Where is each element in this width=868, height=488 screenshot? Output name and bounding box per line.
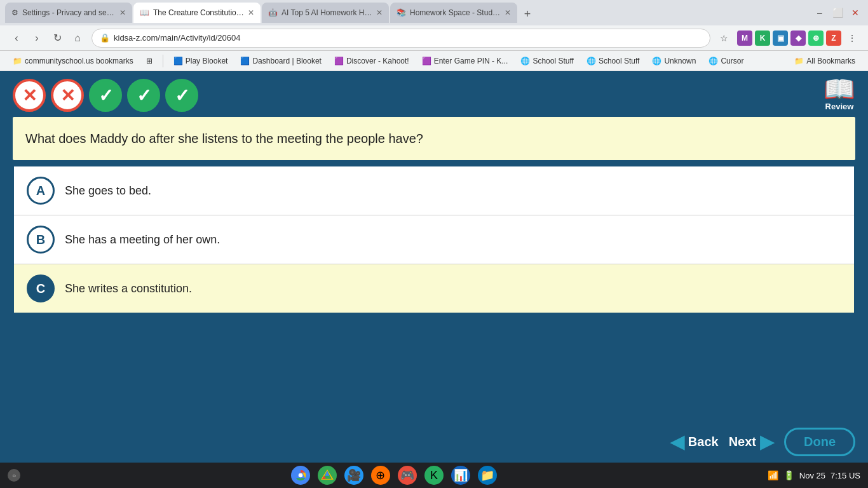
- answer-circle-b: B: [27, 226, 55, 254]
- next-button[interactable]: Next ▶: [729, 431, 774, 452]
- answer-circle-a: A: [27, 177, 55, 205]
- tab-bar: ⚙ Settings - Privacy and security ✕ 📖 Th…: [5, 3, 810, 23]
- answer-text-c: She writes a constitution.: [65, 282, 192, 295]
- taskbar-right: 📶 🔋 Nov 25 7:15 US: [768, 470, 860, 480]
- review-button[interactable]: 📖 Review: [824, 76, 855, 111]
- taskbar-app3[interactable]: ⊕: [371, 466, 390, 485]
- taskbar-app4[interactable]: 🎮: [398, 466, 417, 485]
- creature-tab-close[interactable]: ✕: [248, 8, 254, 17]
- answers-container: A She goes to bed. B She has a meeting o…: [13, 165, 855, 314]
- wifi-icon: 📶: [768, 470, 778, 480]
- bookmark-unknown[interactable]: 🌐 Unknown: [647, 55, 701, 67]
- school-icon-2: 🌐: [587, 57, 596, 65]
- bookmark-communityschool[interactable]: 📁 communityschool.us bookmarks: [8, 55, 139, 67]
- wrong-icon-1: ✕: [22, 85, 37, 106]
- taskbar-files[interactable]: 📁: [478, 466, 497, 485]
- score-badge-5-correct[interactable]: ✓: [165, 79, 198, 112]
- url-bar[interactable]: 🔒 kidsa-z.com/main/Activity/id/20604: [92, 29, 710, 48]
- ext-icon-circle[interactable]: ⊕: [808, 30, 824, 46]
- score-badge-3-correct[interactable]: ✓: [89, 79, 122, 112]
- ext-icon-shield[interactable]: ▣: [773, 30, 788, 46]
- blooket-icon-1: 🟦: [173, 57, 183, 65]
- taskbar-date: Nov 25: [799, 471, 825, 480]
- bookmark-school-stuff-1[interactable]: 🌐 School Stuff: [515, 55, 579, 67]
- correct-icon-3: ✓: [175, 85, 189, 106]
- bookmark-discover-kahoot[interactable]: 🟪 Discover - Kahoot!: [329, 55, 414, 67]
- homework-tab-icon: 📚: [397, 8, 406, 17]
- back-label: Back: [688, 435, 719, 449]
- score-badge-2-wrong[interactable]: ✕: [51, 79, 84, 112]
- unknown-icon: 🌐: [652, 57, 661, 65]
- creature-tab-label: The Creature Constitution Kid: [153, 8, 244, 17]
- back-button[interactable]: ◀ Back: [670, 431, 719, 452]
- bookmark-school-stuff-2[interactable]: 🌐 School Stuff: [581, 55, 645, 67]
- nav-buttons: ‹ › ↻ ⌂: [8, 29, 86, 47]
- done-button[interactable]: Done: [784, 428, 855, 456]
- taskbar-time: 7:15 US: [831, 471, 860, 480]
- reload-button[interactable]: ↻: [48, 29, 66, 47]
- cursor-icon: 🌐: [709, 57, 718, 65]
- tab-creature[interactable]: 📖 The Creature Constitution Kid ✕: [133, 3, 261, 23]
- bookmark-folder-icon: 📁: [13, 57, 22, 65]
- bookmark-star-button[interactable]: ☆: [715, 30, 732, 46]
- answer-option-a[interactable]: A She goes to bed.: [14, 166, 854, 215]
- tab-homework[interactable]: 📚 Homework Space - StudyX ✕: [390, 3, 517, 23]
- kahoot-icon-2: 🟪: [422, 57, 431, 65]
- review-label: Review: [825, 102, 854, 111]
- url-text: kidsa-z.com/main/Activity/id/20604: [114, 33, 240, 43]
- wrong-icon-2: ✕: [60, 85, 75, 106]
- score-row: ✕ ✕ ✓ ✓ ✓ 📖 Review: [0, 71, 868, 117]
- forward-nav-button[interactable]: ›: [28, 29, 46, 47]
- homework-tab-close[interactable]: ✕: [505, 8, 511, 17]
- next-label: Next: [729, 435, 756, 449]
- minimize-button[interactable]: –: [812, 5, 827, 20]
- battery-icon: 🔋: [783, 470, 794, 480]
- bookmark-cursor[interactable]: 🌐 Cursor: [703, 55, 749, 67]
- settings-tab-label: Settings - Privacy and security: [22, 8, 116, 17]
- school-icon-1: 🌐: [520, 57, 530, 65]
- answer-text-b: She has a meeting of her own.: [65, 233, 220, 247]
- taskbar-app5[interactable]: 📊: [451, 466, 470, 485]
- answer-option-b[interactable]: B She has a meeting of her own.: [14, 215, 854, 264]
- home-button[interactable]: ⌂: [69, 29, 86, 47]
- taskbar-launcher[interactable]: ○: [8, 469, 20, 482]
- answer-text-a: She goes to bed.: [65, 184, 151, 198]
- taskbar-drive[interactable]: [318, 466, 337, 485]
- maximize-button[interactable]: ⬜: [830, 5, 845, 20]
- tab-settings[interactable]: ⚙ Settings - Privacy and security ✕: [5, 3, 132, 23]
- taskbar-meet[interactable]: 🎥: [344, 466, 363, 485]
- ext-icon-k[interactable]: K: [755, 30, 770, 46]
- new-tab-button[interactable]: +: [519, 5, 536, 23]
- browser-title-bar: ⚙ Settings - Privacy and security ✕ 📖 Th…: [0, 0, 868, 25]
- ai-tab-label: AI Top 5 AI Homework Helpers to: [281, 8, 372, 17]
- ext-icon-diamond[interactable]: ◆: [790, 30, 806, 46]
- review-book-icon: 📖: [824, 76, 855, 102]
- bookmark-grid-icon[interactable]: ⊞: [141, 55, 158, 67]
- svg-point-0: [299, 473, 303, 478]
- ext-icon-m[interactable]: M: [737, 30, 752, 46]
- question-text: What does Maddy do after she listens to …: [25, 132, 423, 146]
- all-bookmarks-icon: 📁: [794, 57, 804, 65]
- answer-option-c[interactable]: C She writes a constitution.: [14, 264, 854, 313]
- ai-tab-close[interactable]: ✕: [376, 8, 383, 17]
- bookmark-play-blooket[interactable]: 🟦 Play Blooket: [168, 55, 233, 67]
- back-nav-button[interactable]: ‹: [8, 29, 25, 47]
- settings-tab-close[interactable]: ✕: [119, 8, 126, 17]
- bookmarks-bar: 📁 communityschool.us bookmarks ⊞ 🟦 Play …: [0, 51, 868, 71]
- next-arrow-icon: ▶: [760, 431, 774, 452]
- extensions-menu-button[interactable]: ⋮: [844, 30, 860, 46]
- tab-ai[interactable]: 🤖 AI Top 5 AI Homework Helpers to ✕: [262, 3, 389, 23]
- score-badge-4-correct[interactable]: ✓: [127, 79, 160, 112]
- address-bar: ‹ › ↻ ⌂ 🔒 kidsa-z.com/main/Activity/id/2…: [0, 25, 868, 51]
- homework-tab-label: Homework Space - StudyX: [410, 8, 501, 17]
- nav-footer: ◀ Back Next ▶ Done: [0, 421, 868, 463]
- close-button[interactable]: ✕: [848, 5, 863, 20]
- taskbar-kahoot[interactable]: K: [424, 466, 444, 485]
- taskbar-chrome[interactable]: [291, 466, 310, 485]
- score-badge-1-wrong[interactable]: ✕: [13, 79, 46, 112]
- bookmark-all-bookmarks[interactable]: 📁 All Bookmarks: [789, 55, 860, 67]
- bookmark-dashboard-blooket[interactable]: 🟦 Dashboard | Blooket: [235, 55, 327, 67]
- ext-icon-z[interactable]: Z: [826, 30, 841, 46]
- bookmark-enter-game-pin[interactable]: 🟪 Enter Game PIN - K...: [417, 55, 513, 67]
- correct-icon-2: ✓: [137, 85, 151, 106]
